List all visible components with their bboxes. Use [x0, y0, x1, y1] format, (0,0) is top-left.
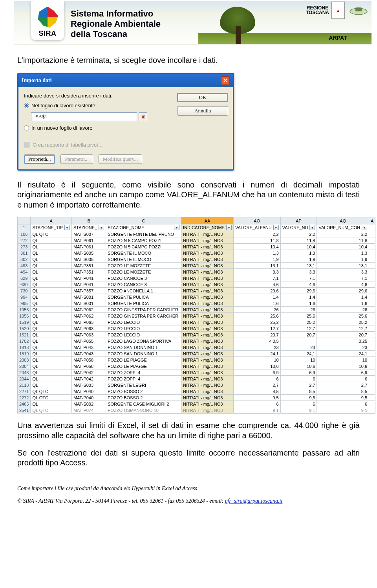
cell[interactable]: SORGENTE IL MOCO	[106, 250, 181, 256]
cell[interactable]	[369, 263, 375, 269]
cell[interactable]: 6	[317, 376, 369, 382]
cell[interactable]: 11,8	[233, 237, 280, 244]
cell[interactable]: 26	[280, 307, 317, 313]
cell[interactable]: 12,7	[233, 325, 280, 332]
cell[interactable]: MAT-P043	[71, 351, 106, 357]
cell[interactable]: 25,2	[233, 319, 280, 325]
cell[interactable]: 1,4	[280, 294, 317, 300]
cell[interactable]: 23	[280, 344, 317, 351]
cell[interactable]: QL	[31, 344, 71, 351]
cell[interactable]: MAT-P041	[71, 275, 106, 281]
cell[interactable]: SORGENTE IL MOCO	[106, 256, 181, 263]
cell[interactable]: 26	[317, 307, 369, 313]
cell[interactable]: SORGENTE CASE MIGLIORI 2	[106, 401, 181, 407]
close-button[interactable]: ✕	[221, 76, 230, 85]
filter-dropdown-icon[interactable]: ▼	[64, 225, 70, 230]
cell[interactable]: 2,7	[280, 382, 317, 388]
cell[interactable]: 25,6	[280, 313, 317, 319]
cell[interactable]: QL QTC	[31, 407, 71, 413]
cell[interactable]: POZZO SAN DONNINO 1	[106, 344, 181, 351]
cell[interactable]: 0,25	[317, 338, 369, 344]
cell[interactable]: NITRATI - mg/L NO3	[181, 313, 233, 319]
cell[interactable]: 10,4	[280, 244, 317, 250]
cell[interactable]: 20,7	[233, 332, 280, 338]
cell[interactable]	[369, 407, 375, 413]
cell[interactable]: MAT-P040	[71, 395, 106, 401]
row-number[interactable]: 1819	[18, 351, 31, 357]
cell[interactable]	[369, 388, 375, 395]
cell[interactable]: SORGENTE PULICA	[106, 300, 181, 307]
cell[interactable]	[369, 281, 375, 288]
filter-dropdown-icon[interactable]: ▼	[309, 225, 315, 230]
cell[interactable]: NITRATI - mg/L NO3	[181, 307, 233, 313]
cell[interactable]: QL	[31, 307, 71, 313]
cell[interactable]	[369, 269, 375, 275]
cell[interactable]: QL QTC	[31, 231, 71, 237]
cell[interactable]: 1,6	[317, 300, 369, 307]
cell[interactable]: QL	[31, 269, 71, 275]
row-number[interactable]: 272	[18, 237, 31, 244]
filter-dropdown-icon[interactable]: ▼	[99, 225, 104, 230]
column-header[interactable]: VALORE_NU▼	[280, 224, 317, 231]
cell[interactable]: 6	[280, 401, 317, 407]
cell[interactable]: 8,5	[280, 388, 317, 395]
cell[interactable]: 20,7	[280, 332, 317, 338]
cell[interactable]: MAT-S005	[71, 256, 106, 263]
cell[interactable]: 26	[233, 307, 280, 313]
column-header[interactable]: STAZIONE_▼	[71, 224, 106, 231]
cell[interactable]: MAT-S003	[71, 382, 106, 388]
row-number[interactable]: 1	[18, 224, 31, 231]
cell[interactable]: MAT-P063	[71, 332, 106, 338]
cell[interactable]	[369, 325, 375, 332]
cell[interactable]	[369, 357, 375, 363]
cell[interactable]: 9,5	[233, 395, 280, 401]
cell[interactable]: MAT-P055	[71, 338, 106, 344]
cell[interactable]: QL	[31, 363, 71, 369]
column-letter[interactable]: A	[369, 217, 375, 224]
cell[interactable]: POZZO N 5 CAMPO POZZI	[106, 237, 181, 244]
cell[interactable]: QL	[31, 256, 71, 263]
cell[interactable]: NITRATI - mg/L NO3	[181, 244, 233, 250]
cell[interactable]: 29,6	[317, 288, 369, 294]
cell[interactable]: 6	[233, 376, 280, 382]
row-number[interactable]: 2118	[18, 382, 31, 388]
cell[interactable]: QL	[31, 288, 71, 294]
cell[interactable]: SORGENTE PULICA	[106, 294, 181, 300]
row-number[interactable]: 629	[18, 275, 31, 281]
cell[interactable]: 2,7	[233, 382, 280, 388]
row-number[interactable]: 302	[18, 256, 31, 263]
cell[interactable]: 10	[317, 357, 369, 363]
filter-dropdown-icon[interactable]: ▼	[362, 225, 367, 230]
cell[interactable]: POZZO ZOPPI 4	[106, 376, 181, 382]
row-number[interactable]: 106	[18, 231, 31, 237]
cell[interactable]: QL	[31, 357, 71, 363]
cell[interactable]: 9 1	[280, 407, 317, 413]
cell[interactable]	[369, 231, 375, 237]
cell[interactable]: POZZO CANICCE 3	[106, 281, 181, 288]
cell[interactable]: POZZO BOSSO 2	[106, 395, 181, 401]
cell[interactable]: MAT-P063	[71, 319, 106, 325]
cell-reference-input[interactable]	[31, 112, 137, 121]
cell[interactable]: 2,2	[317, 231, 369, 237]
column-letter[interactable]: C	[106, 217, 181, 224]
cell[interactable]	[369, 275, 375, 281]
row-number[interactable]: 2272	[18, 395, 31, 401]
cell[interactable]: QL	[31, 250, 71, 256]
cell[interactable]: NITRATI - mg/L NO3	[181, 263, 233, 269]
cell[interactable]: NITRATI - mg/L NO3	[181, 332, 233, 338]
cell[interactable]: 1,6	[233, 300, 280, 307]
cell[interactable]: NITRATI - mg/L NO3	[181, 369, 233, 376]
radio-existing-sheet[interactable]: Nel foglio di lavoro esistente:	[24, 103, 170, 108]
cell[interactable]: 29,6	[233, 288, 280, 294]
cell[interactable]: NITRATI - mg/L NO3	[181, 344, 233, 351]
cell[interactable]: POZZO CANICCE 3	[106, 275, 181, 281]
cell[interactable]: 6,9	[233, 369, 280, 376]
cell[interactable]	[369, 250, 375, 256]
cell[interactable]: QL	[31, 369, 71, 376]
column-header[interactable]: STAZIONE_NOME▼	[106, 224, 181, 231]
row-number[interactable]: 730	[18, 288, 31, 294]
cell[interactable]: NITRATI - mg/L NO3	[181, 294, 233, 300]
cell[interactable]	[369, 307, 375, 313]
column-letter[interactable]: A	[31, 217, 71, 224]
cell[interactable]: NITRATI - mg/L NO3	[181, 300, 233, 307]
